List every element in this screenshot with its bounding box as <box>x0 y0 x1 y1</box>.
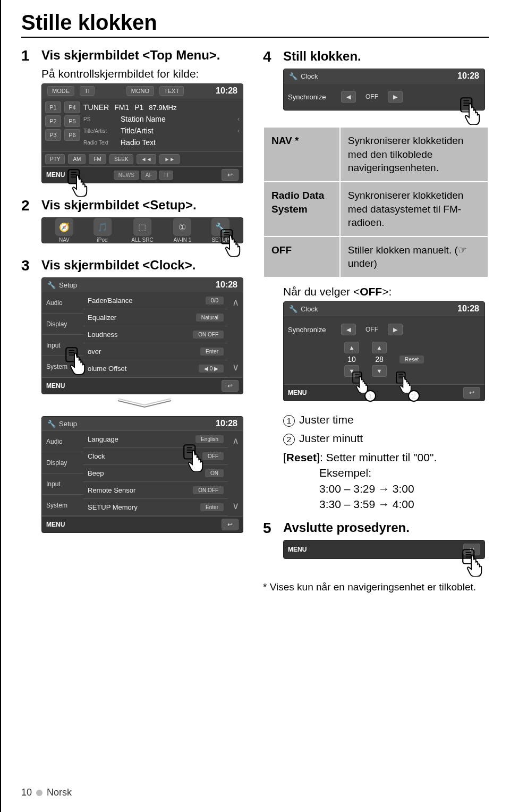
sidebar-input[interactable]: Input <box>42 473 83 495</box>
seek-prev-button[interactable]: ◄◄ <box>137 154 157 164</box>
menu-button[interactable]: MENU <box>46 521 65 528</box>
sidebar-input[interactable]: Input <box>42 335 83 356</box>
nav-label: NAV <box>59 237 70 243</box>
sidebar-audio[interactable]: Audio <box>42 431 83 452</box>
ti-button[interactable]: TI <box>80 86 95 96</box>
menu-button[interactable]: MENU <box>46 382 65 390</box>
sync-prev-button[interactable]: ◀ <box>341 91 356 103</box>
sidebar-audio[interactable]: Audio <box>42 292 83 314</box>
minute-down-button[interactable]: ▼ <box>372 365 387 377</box>
row-beep[interactable]: BeepON <box>83 465 228 482</box>
chevron-icon[interactable]: ‹ <box>237 115 240 123</box>
scroll-down-icon[interactable]: ∨ <box>232 500 239 512</box>
circled-1: 1 <box>283 415 295 427</box>
row-loudness[interactable]: LoudnessON OFF <box>83 326 228 343</box>
fm-button[interactable]: FM <box>89 154 106 164</box>
screenshot-clock-manual: 🔧Clock 10:28 Synchronize ◀ OFF ▶ ▲ 10 ▼ <box>283 301 485 401</box>
sync-next-button[interactable]: ▶ <box>388 324 403 335</box>
minute-up-button[interactable]: ▲ <box>372 342 387 353</box>
row-value: Enter <box>200 348 224 356</box>
mode-button[interactable]: MODE <box>47 86 74 96</box>
text-button[interactable]: TEXT <box>159 86 184 96</box>
hour-value: 10 <box>347 355 356 363</box>
allsrc-icon: ⬚ <box>133 218 151 236</box>
wrench-icon: 🔧 <box>47 420 56 428</box>
seek-next-button[interactable]: ►► <box>159 154 180 164</box>
preset-p2[interactable]: P2 <box>45 115 61 127</box>
reset-button[interactable]: Reset <box>400 356 424 363</box>
row-equalizer[interactable]: EqualizerNatural <box>83 309 228 326</box>
hour-up-button[interactable]: ▲ <box>344 342 359 353</box>
sync-prev-button[interactable]: ◀ <box>341 324 356 335</box>
row-label: olume Offset <box>88 365 194 373</box>
row-remote[interactable]: Remote SensorON OFF <box>83 482 228 499</box>
screenshot-menu-strip: MENU ↩ <box>283 540 485 559</box>
screenshot-setup-system: 🔧Setup 10:28 Audio Display Input System … <box>41 416 243 533</box>
reset-text: Setter minutter til "00". <box>326 451 437 463</box>
clock-display: 10:28 <box>457 71 479 81</box>
screenshot-navbar: 🧭NAV 🎵iPod ⬚ALL SRC ①AV-IN 1 🔧SETUP <box>41 217 243 243</box>
chevron-icon[interactable]: ‹ <box>237 127 240 134</box>
step-text: Vis skjermbildet <Top Menu>. <box>41 47 220 63</box>
row-xover[interactable]: overEnter <box>83 343 228 360</box>
row-label: Remote Sensor <box>88 486 189 494</box>
band: FM1 <box>114 103 129 112</box>
preset-p6[interactable]: P6 <box>64 129 80 141</box>
return-button[interactable]: ↩ <box>222 519 239 530</box>
preset-p4[interactable]: P4 <box>64 102 80 113</box>
nav-setup[interactable]: 🔧SETUP <box>211 218 230 243</box>
list-text: Juster minutt <box>299 432 363 444</box>
menu-button[interactable]: MENU <box>288 546 307 553</box>
sidebar-display[interactable]: Display <box>42 452 83 473</box>
row-voloffset[interactable]: olume Offset◀ 0 ▶ <box>83 360 228 377</box>
nav-nav[interactable]: 🧭NAV <box>55 218 73 243</box>
row-value: Enter <box>200 503 224 511</box>
scroll-down-icon[interactable]: ∨ <box>232 361 239 373</box>
sidebar-system[interactable]: System <box>42 495 83 516</box>
ta-value: Title/Artist <box>121 126 154 135</box>
scroll-up-icon[interactable]: ∧ <box>232 297 239 308</box>
preset-p5[interactable]: P5 <box>64 115 80 127</box>
screenshot-setup-audio: 🔧Setup 10:28 Audio Display Input System … <box>41 277 243 394</box>
mono-button[interactable]: MONO <box>126 86 154 96</box>
return-button[interactable]: ↩ <box>222 169 239 181</box>
nav-avin1[interactable]: ①AV-IN 1 <box>173 218 191 243</box>
pty-button[interactable]: PTY <box>45 154 65 164</box>
sidebar-display[interactable]: Display <box>42 314 83 335</box>
return-button[interactable]: ↩ <box>463 544 480 555</box>
sync-next-button[interactable]: ▶ <box>388 91 403 103</box>
row-value: 0/0 <box>206 297 224 304</box>
nav-ipod[interactable]: 🎵iPod <box>94 218 112 243</box>
table-value: Synkroniserer klokketiden med datasystem… <box>340 182 488 236</box>
clock-title: Clock <box>301 72 318 80</box>
seek-button[interactable]: SEEK <box>109 154 133 164</box>
preset-p1[interactable]: P1 <box>45 102 61 113</box>
menu-button[interactable]: MENU <box>46 171 65 179</box>
clock-display: 10:28 <box>216 419 237 428</box>
footer: 10 Norsk <box>21 787 72 798</box>
nav-label: SETUP <box>211 237 229 243</box>
preset-p3[interactable]: P3 <box>45 129 61 141</box>
sidebar-system[interactable]: System <box>42 356 83 377</box>
row-value: ON OFF <box>193 486 224 494</box>
row-language[interactable]: LanguageEnglish <box>83 431 228 448</box>
menu-button[interactable]: MENU <box>288 389 307 396</box>
am-button[interactable]: AM <box>68 154 86 164</box>
hour-down-button[interactable]: ▼ <box>344 365 359 377</box>
avin-icon: ① <box>173 218 191 236</box>
row-clock[interactable]: ClockOFF <box>83 448 228 465</box>
footnote: * Vises kun når en navigeringsenhet er t… <box>263 581 489 593</box>
step-2: 2 Vis skjermbildet <Setup>. <box>21 197 247 214</box>
row-setupmem[interactable]: SETUP MemoryEnter <box>83 499 228 516</box>
footer-dot-icon <box>36 790 42 796</box>
table-key: Radio Data System <box>264 182 340 236</box>
sync-value: OFF <box>361 93 382 100</box>
clock-display: 10:28 <box>457 304 479 314</box>
row-fader[interactable]: Fader/Balance0/0 <box>83 292 228 309</box>
example-line: 3:00 – 3:29 → 3:00 <box>319 481 489 496</box>
nav-label: iPod <box>97 237 108 243</box>
return-button[interactable]: ↩ <box>463 387 480 399</box>
scroll-up-icon[interactable]: ∧ <box>232 435 239 447</box>
nav-allsrc[interactable]: ⬚ALL SRC <box>131 218 153 243</box>
return-button[interactable]: ↩ <box>222 380 239 392</box>
